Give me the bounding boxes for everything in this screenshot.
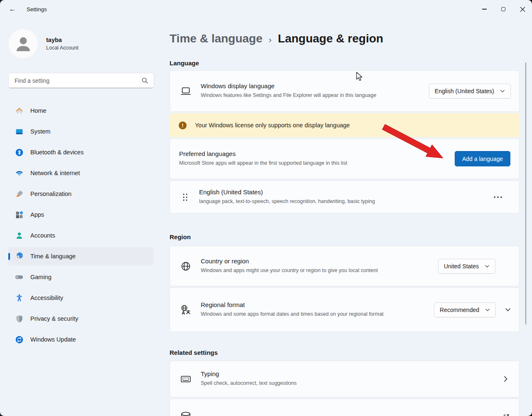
warning-icon: ! (179, 121, 187, 129)
expand-card-button[interactable] (505, 308, 511, 312)
vertical-scrollbar[interactable] (525, 62, 527, 324)
accessibility-icon (15, 293, 24, 302)
section-title-region: Region (170, 233, 520, 241)
sidebar-item-gaming[interactable]: Gaming (8, 268, 154, 286)
more-options-button[interactable] (491, 193, 505, 201)
windows-update-icon (15, 335, 24, 344)
language-name: English (United States) (199, 188, 491, 196)
sidebar: tayba Local Account Home System (0, 18, 162, 351)
sidebar-item-privacy-security[interactable]: Privacy & security (8, 310, 154, 328)
setting-title: Typing (201, 370, 504, 377)
setting-title: Country or region (201, 258, 438, 265)
language-features: language pack, text-to-speech, speech re… (199, 198, 491, 206)
back-arrow-icon: ← (9, 5, 16, 13)
sidebar-item-time-language[interactable]: Time & language (8, 247, 154, 265)
minimize-button[interactable] (475, 0, 494, 18)
page-title: Language & region (278, 32, 384, 45)
person-icon (14, 35, 32, 53)
titlebar: ← Settings (0, 0, 532, 18)
sidebar-item-label: Accessibility (30, 295, 63, 301)
sidebar-item-windows-update[interactable]: Windows Update (8, 330, 154, 349)
add-language-button[interactable]: Add a language (455, 151, 510, 166)
sidebar-item-accessibility[interactable]: Accessibility (8, 289, 154, 307)
svg-text:A: A (182, 310, 185, 315)
display-language-dropdown[interactable]: English (United States) (429, 84, 511, 99)
sidebar-item-bluetooth-devices[interactable]: Bluetooth & devices (8, 143, 154, 161)
sidebar-item-network-internet[interactable]: Network & internet (8, 164, 154, 182)
close-button[interactable] (513, 0, 532, 18)
sidebar-item-apps[interactable]: Apps (8, 206, 154, 224)
apps-icon (15, 210, 24, 219)
minimize-icon (482, 9, 487, 9)
sidebar-item-label: Windows Update (30, 336, 76, 343)
accounts-icon (15, 231, 24, 240)
search-input[interactable] (14, 77, 141, 84)
system-icon (15, 127, 24, 136)
drag-handle-icon[interactable] (182, 193, 188, 202)
chevron-down-icon (505, 308, 511, 312)
sidebar-item-label: Gaming (30, 274, 52, 280)
shield-icon (15, 314, 24, 323)
sidebar-item-accounts[interactable]: Accounts (8, 226, 154, 245)
windows-display-language-card: Windows display language Windows feature… (170, 70, 520, 112)
setting-title: Preferred languages (179, 150, 455, 157)
sidebar-item-label: Home (30, 107, 47, 114)
dropdown-value: United States (444, 263, 479, 270)
dropdown-value: Recommended (440, 307, 479, 313)
home-icon (15, 106, 24, 115)
search-icon (141, 77, 148, 84)
regional-format-dropdown[interactable]: Recommended (434, 302, 496, 317)
section-title-related: Related settings (170, 349, 520, 357)
search-box[interactable] (8, 73, 154, 88)
country-region-card: Country or region Windows and apps might… (170, 246, 520, 286)
brush-icon (15, 189, 24, 198)
chevron-down-icon (500, 89, 505, 93)
external-link-icon (503, 414, 509, 416)
setting-title: Windows display language (201, 82, 429, 89)
regional-format-icon: A (180, 304, 192, 316)
dropdown-value: English (United States) (435, 88, 494, 94)
setting-description: Windows and apps might use your country … (201, 267, 390, 275)
ellipsis-icon (493, 196, 502, 198)
administrative-settings-card-partial[interactable] (170, 399, 520, 416)
window-controls (475, 0, 532, 18)
sidebar-item-label: Bluetooth & devices (30, 149, 84, 156)
time-language-icon (15, 252, 24, 261)
setting-title: Regional format (201, 301, 434, 308)
user-card[interactable]: tayba Local Account (9, 29, 162, 58)
setting-description: Spell check, autocorrect, text suggestio… (201, 379, 504, 387)
setting-description: Windows features like Settings and File … (201, 92, 390, 99)
settings-window: ← Settings tayba Local Account (0, 0, 532, 416)
sidebar-item-personalization[interactable]: Personalization (8, 185, 154, 203)
sidebar-item-label: Time & language (30, 253, 76, 260)
breadcrumb-separator-icon: › (269, 35, 272, 45)
gamepad-icon (15, 272, 24, 282)
sidebar-item-label: Privacy & security (30, 315, 78, 322)
avatar (9, 29, 38, 58)
chevron-down-icon (485, 265, 490, 268)
maximize-button[interactable] (494, 0, 513, 18)
breadcrumb-parent[interactable]: Time & language (170, 32, 263, 45)
breadcrumb: Time & language › Language & region (170, 30, 520, 47)
country-dropdown[interactable]: United States (438, 259, 495, 274)
preferred-languages-card: Preferred languages Microsoft Store apps… (170, 139, 520, 179)
typing-card[interactable]: Typing Spell check, autocorrect, text su… (170, 361, 520, 397)
license-warning-banner: ! Your Windows license only supports one… (170, 113, 520, 137)
setting-description: Windows and some apps format dates and t… (201, 310, 390, 318)
main-content: Time & language › Language & region Lang… (170, 18, 520, 416)
window-title: Settings (27, 6, 47, 12)
section-title-language: Language (170, 59, 520, 67)
chevron-right-icon (504, 376, 507, 382)
sidebar-item-system[interactable]: System (8, 122, 154, 141)
user-name: tayba (46, 37, 79, 43)
bluetooth-icon (15, 148, 24, 157)
language-list-item[interactable]: English (United States) language pack, t… (170, 181, 520, 213)
warning-text: Your Windows license only supports one d… (195, 122, 350, 129)
setting-description: Microsoft Store apps will appear in the … (179, 159, 455, 167)
sidebar-item-label: System (30, 128, 50, 135)
sidebar-item-label: Apps (30, 211, 44, 218)
back-button[interactable]: ← (5, 2, 20, 16)
wifi-icon (15, 168, 24, 178)
sidebar-item-home[interactable]: Home (8, 102, 154, 120)
sidebar-item-label: Personalization (30, 191, 71, 197)
